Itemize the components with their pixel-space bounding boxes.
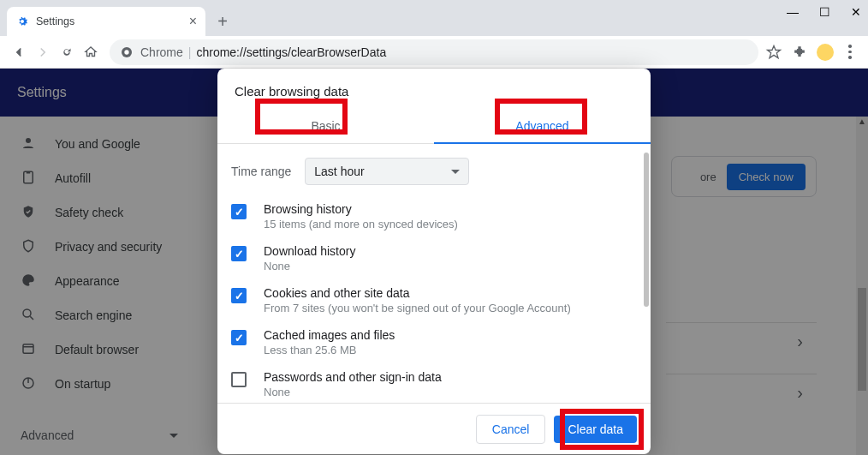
url-label: Chrome xyxy=(140,45,183,59)
address-bar[interactable]: Chrome | chrome://settings/clearBrowserD… xyxy=(110,39,758,65)
menu-button[interactable] xyxy=(842,45,858,59)
checkbox[interactable] xyxy=(231,246,247,261)
item-cookies[interactable]: Cookies and other site dataFrom 7 sites … xyxy=(231,279,644,321)
tab-basic[interactable]: Basic xyxy=(217,109,434,143)
time-range-row: Time range Last hour xyxy=(231,154,644,195)
item-title: Passwords and other sign-in data xyxy=(264,370,442,384)
dialog-scrollbar-thumb[interactable] xyxy=(644,153,649,307)
back-button[interactable] xyxy=(7,40,31,64)
clear-browsing-data-dialog: Clear browsing data Basic Advanced Time … xyxy=(217,69,651,454)
new-tab-button[interactable]: + xyxy=(211,9,235,33)
dialog-tabs: Basic Advanced xyxy=(217,109,651,144)
checkbox[interactable] xyxy=(231,372,247,387)
item-title: Cookies and other site data xyxy=(264,286,571,300)
item-browsing-history[interactable]: Browsing history15 items (and more on sy… xyxy=(231,195,644,237)
item-cached[interactable]: Cached images and filesLess than 25.6 MB xyxy=(231,321,644,363)
close-window-button[interactable]: ✕ xyxy=(851,5,861,19)
checkbox[interactable] xyxy=(231,330,247,345)
plus-icon: + xyxy=(217,12,228,32)
item-subtitle: Less than 25.6 MB xyxy=(264,344,395,356)
bookmark-icon[interactable] xyxy=(765,44,782,61)
time-range-value: Last hour xyxy=(314,165,364,178)
tab-strip: Settings × + xyxy=(0,0,868,36)
browser-tab[interactable]: Settings × xyxy=(7,7,205,36)
tab-advanced[interactable]: Advanced xyxy=(434,109,651,143)
time-range-label: Time range xyxy=(231,165,291,178)
extensions-icon[interactable] xyxy=(791,44,808,61)
home-button[interactable] xyxy=(79,40,103,64)
url-text: chrome://settings/clearBrowserData xyxy=(196,45,386,59)
chrome-icon xyxy=(120,45,134,59)
tab-title: Settings xyxy=(36,15,189,27)
forward-button[interactable] xyxy=(31,40,55,64)
dialog-body: Time range Last hour Browsing history15 … xyxy=(217,144,651,403)
window-controls: — ☐ ✕ xyxy=(787,5,861,19)
item-title: Cached images and files xyxy=(264,328,395,342)
chevron-down-icon xyxy=(451,170,460,174)
checkbox[interactable] xyxy=(231,204,247,219)
item-title: Download history xyxy=(264,244,355,258)
extension-badge-icon[interactable] xyxy=(817,44,834,61)
reload-button[interactable] xyxy=(55,40,79,64)
browser-toolbar: Chrome | chrome://settings/clearBrowserD… xyxy=(0,36,868,69)
item-subtitle: None xyxy=(264,386,442,398)
dialog-title: Clear browsing data xyxy=(217,69,651,109)
minimize-button[interactable]: — xyxy=(787,5,799,19)
item-subtitle: From 7 sites (you won't be signed out of… xyxy=(264,302,571,314)
dialog-footer: Cancel Clear data xyxy=(217,403,651,454)
item-passwords[interactable]: Passwords and other sign-in dataNone xyxy=(231,363,644,403)
cancel-button[interactable]: Cancel xyxy=(476,415,546,444)
close-icon[interactable]: × xyxy=(189,14,197,29)
time-range-select[interactable]: Last hour xyxy=(305,158,469,185)
item-title: Browsing history xyxy=(264,202,458,216)
clear-data-button[interactable]: Clear data xyxy=(554,416,637,443)
item-download-history[interactable]: Download historyNone xyxy=(231,237,644,279)
item-subtitle: None xyxy=(264,260,355,272)
svg-point-1 xyxy=(124,50,128,54)
item-subtitle: 15 items (and more on synced devices) xyxy=(264,218,458,230)
maximize-button[interactable]: ☐ xyxy=(819,5,830,19)
checkbox[interactable] xyxy=(231,288,247,303)
gear-icon xyxy=(15,15,29,28)
